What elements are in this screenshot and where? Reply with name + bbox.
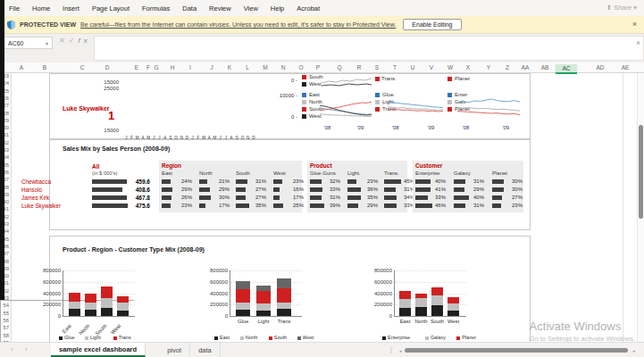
- bar-chart-ymax-label: 25000: [83, 86, 119, 91]
- pct-bar: [236, 179, 247, 184]
- pct-bar: [162, 203, 171, 208]
- sheet-nav-right-icon[interactable]: ›: [25, 346, 27, 353]
- sheet-tab-data[interactable]: data: [190, 343, 221, 357]
- partial-month-bar: [0, 112, 4, 125]
- pct-value: 21%: [213, 178, 230, 184]
- legend-label: Trans.: [381, 76, 397, 81]
- all-column-header: All: [92, 163, 99, 170]
- all-value-bar: [92, 187, 122, 192]
- pct-value: 41%: [430, 187, 446, 192]
- legend-swatch-south: [302, 107, 306, 112]
- pct-value: 17%: [213, 203, 230, 208]
- legend-swatch-trans: [375, 107, 380, 112]
- legend-swatch-south: [302, 75, 306, 79]
- month-label: F: [130, 136, 134, 140]
- hscroll-right-icon[interactable]: ▸: [633, 348, 636, 353]
- partial-month-bar: [0, 250, 4, 262]
- salesperson-row-name: Luke Skywalker: [21, 203, 61, 209]
- pct-value: 23%: [176, 203, 192, 208]
- month-label: F: [197, 136, 201, 140]
- month-label: O: [240, 136, 245, 140]
- line-x-label: '09: [428, 125, 435, 130]
- legend-label: Planet: [455, 76, 470, 81]
- pct-bar: [236, 195, 246, 200]
- all-value-bar: [92, 195, 127, 200]
- pct-bar: [162, 187, 172, 192]
- pct-bar: [236, 187, 246, 192]
- pct-value: 29%: [213, 187, 230, 192]
- partial-month-bar: [0, 275, 4, 287]
- month-label: D: [252, 136, 256, 140]
- hscroll-left-icon[interactable]: ◂: [399, 348, 402, 353]
- line-x-label: '09: [502, 125, 509, 130]
- sheet-tab-sample-excel-dashboard[interactable]: sample excel dashboard: [51, 343, 146, 357]
- partial-month-bar: [0, 62, 4, 75]
- pct-value: 25%: [288, 203, 304, 208]
- pct-value: 31%: [468, 203, 484, 208]
- pct-bar: [347, 187, 361, 192]
- legend-label: East: [309, 92, 320, 97]
- pct-value: 23%: [288, 178, 304, 184]
- group-title: Customer: [415, 162, 442, 169]
- vertical-scrollbar[interactable]: [637, 73, 644, 344]
- embedded-chart-0[interactable]: [32, 265, 139, 341]
- legend-swatch-west: [302, 82, 306, 87]
- salesperson-name: Luke Skywalker: [63, 105, 110, 112]
- month-label: A: [141, 136, 146, 140]
- sheet-nav-left-icon[interactable]: ‹: [11, 346, 13, 353]
- month-label: O: [174, 136, 179, 140]
- bottom-section-title: Product - Region - Customer Type Mix (20…: [63, 246, 205, 253]
- legend-swatch-enter: [447, 93, 452, 97]
- mini-line-chart-1[interactable]: [388, 92, 443, 128]
- legend-swatch-planet: [447, 77, 452, 81]
- group-column-header: Galaxy: [454, 170, 471, 176]
- embedded-chart-2[interactable]: [364, 265, 471, 341]
- partial-line-chart: [322, 75, 372, 87]
- pct-bar: [454, 179, 465, 184]
- mini-line-chart-2[interactable]: [457, 92, 520, 128]
- partial-month-bar: [0, 162, 4, 175]
- pct-value: 17%: [288, 195, 304, 200]
- salesperson-rank: 1: [108, 109, 114, 122]
- pct-value: 33%: [430, 195, 446, 200]
- group-column-header: East: [162, 170, 172, 176]
- partial-month-bar: [0, 87, 4, 100]
- sheet-tab-pivot[interactable]: pivot: [159, 343, 190, 357]
- salesperson-row-name: Hansolo: [21, 187, 42, 193]
- pct-value: 35%: [250, 203, 266, 208]
- pct-value: 31%: [324, 195, 340, 200]
- pct-value: 16%: [288, 187, 304, 192]
- line-x-label: '08: [463, 125, 470, 130]
- pct-bar: [492, 187, 504, 192]
- pct-bar: [415, 179, 431, 184]
- pct-value: 40%: [468, 195, 484, 200]
- partial-month-bar: [0, 200, 4, 212]
- pct-value: 46%: [430, 203, 446, 208]
- pct-bar: [310, 203, 324, 208]
- pct-value: 30%: [506, 178, 523, 184]
- salesperson-row-name: James Kirk: [21, 195, 49, 201]
- pct-bar: [492, 179, 504, 184]
- pct-value: 29%: [176, 187, 192, 192]
- legend-swatch-planet: [447, 107, 452, 112]
- activate-windows-watermark: Activate Windows Go to Settings to activ…: [530, 320, 635, 343]
- partial-month-bar: [0, 262, 4, 275]
- pct-bar: [310, 187, 322, 192]
- vertical-scrollbar-thumb[interactable]: [639, 125, 643, 219]
- all-column-subheader: (in $ 000's): [92, 170, 118, 176]
- month-label: N: [246, 136, 250, 140]
- legend-swatch-light: [375, 100, 380, 104]
- partial-month-bar: [0, 237, 4, 250]
- pct-value: 30%: [506, 187, 523, 192]
- horizontal-scrollbar-thumb[interactable]: [405, 348, 628, 353]
- month-label: M: [135, 136, 139, 140]
- legend-swatch-north: [302, 100, 306, 104]
- embedded-chart-1[interactable]: [199, 265, 306, 341]
- pct-value: 23%: [362, 178, 378, 184]
- group-title: Region: [162, 162, 181, 169]
- pct-value: 26%: [176, 195, 192, 200]
- pct-value: 27%: [250, 187, 266, 192]
- bar-chart-y-axis: [0, 301, 1, 347]
- partial-month-bar: [0, 175, 4, 187]
- mini-line-chart-0[interactable]: [320, 92, 372, 128]
